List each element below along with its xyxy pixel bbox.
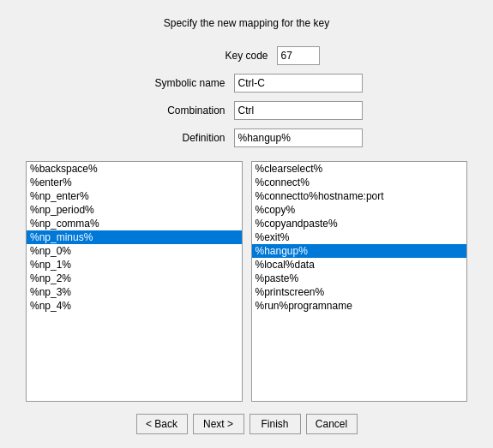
list-item[interactable]: %np_0% — [27, 244, 242, 258]
combination-label: Combination — [131, 105, 225, 116]
list-item[interactable]: %copy% — [252, 203, 467, 217]
definition-input[interactable] — [234, 128, 363, 147]
finish-button[interactable]: Finish — [250, 414, 301, 434]
left-list-scroll[interactable]: %backspace%%enter%%np_enter%%np_period%%… — [27, 162, 242, 401]
combination-input[interactable] — [234, 101, 363, 120]
list-item[interactable]: %connect% — [252, 176, 467, 189]
buttons-row: < Back Next > Finish Cancel — [136, 414, 358, 434]
list-item[interactable]: %np_enter% — [27, 189, 242, 203]
list-item[interactable]: %np_1% — [27, 258, 242, 272]
keycode-input[interactable] — [277, 46, 320, 65]
page-title: Specify the new mapping for the key — [164, 17, 329, 29]
list-item[interactable]: %exit% — [252, 230, 467, 244]
keycode-label: Key code — [174, 50, 268, 62]
lists-section: %backspace%%enter%%np_enter%%np_period%%… — [26, 161, 467, 402]
list-item[interactable]: %np_minus% — [27, 230, 242, 244]
list-item[interactable]: %np_4% — [27, 299, 242, 313]
list-item[interactable]: %printscreen% — [252, 285, 467, 299]
symbolic-label: Symbolic name — [131, 77, 225, 89]
symbolic-input[interactable] — [234, 74, 363, 93]
symbolic-row: Symbolic name — [26, 74, 467, 93]
list-item[interactable]: %backspace% — [27, 162, 242, 176]
list-item[interactable]: %np_period% — [27, 203, 242, 217]
next-button[interactable]: Next > — [193, 414, 244, 434]
cancel-button[interactable]: Cancel — [306, 414, 358, 434]
list-item[interactable]: %local%data — [252, 258, 467, 272]
list-item[interactable]: %clearselect% — [252, 162, 467, 176]
list-item[interactable]: %run%programname — [252, 299, 467, 313]
keycode-row: Key code — [26, 46, 467, 65]
list-item[interactable]: %paste% — [252, 272, 467, 285]
list-item[interactable]: %np_comma% — [27, 217, 242, 230]
definition-label: Definition — [131, 132, 225, 144]
list-item[interactable]: %copyandpaste% — [252, 217, 467, 230]
list-item[interactable]: %hangup% — [252, 244, 467, 258]
list-item[interactable]: %np_3% — [27, 285, 242, 299]
list-item[interactable]: %enter% — [27, 176, 242, 189]
right-list-container: %clearselect%%connect%%connectto%hostnam… — [251, 161, 468, 402]
definition-row: Definition — [26, 128, 467, 147]
back-button[interactable]: < Back — [136, 414, 188, 434]
list-item[interactable]: %connectto%hostname:port — [252, 189, 467, 203]
left-list-container: %backspace%%enter%%np_enter%%np_period%%… — [26, 161, 243, 402]
list-item[interactable]: %np_2% — [27, 272, 242, 285]
form-section: Key code Symbolic name Combination Defin… — [26, 46, 467, 147]
right-list-scroll[interactable]: %clearselect%%connect%%connectto%hostnam… — [252, 162, 467, 401]
combination-row: Combination — [26, 101, 467, 120]
